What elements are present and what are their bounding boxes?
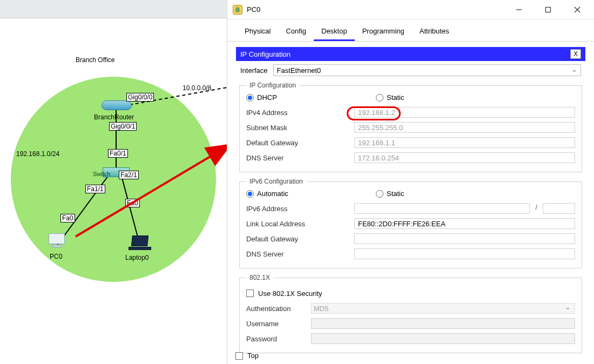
titlebar[interactable]: PC0 bbox=[227, 0, 594, 19]
topology-title: Branch Office bbox=[76, 56, 114, 64]
ipv6-group: IPv6 Configuration Automatic Static IPv6… bbox=[239, 178, 582, 268]
tab-physical[interactable]: Physical bbox=[237, 24, 278, 41]
laptop-icon[interactable] bbox=[127, 235, 152, 251]
link-local-field[interactable] bbox=[354, 218, 575, 229]
packet-tracer-icon bbox=[233, 5, 242, 15]
pc-icon[interactable] bbox=[46, 233, 67, 250]
wan-subnet-label: 10.0.0.0/8 bbox=[183, 84, 211, 92]
link-local-label: Link Local Address bbox=[246, 220, 354, 228]
ipv4-gateway-field[interactable] bbox=[354, 137, 575, 148]
ipv6-prefix-slash: / bbox=[533, 203, 539, 214]
ipv6-prefix-field[interactable] bbox=[543, 203, 575, 214]
ipv6-address-field[interactable] bbox=[354, 203, 530, 214]
switch-label: Switch bbox=[93, 171, 110, 177]
auth-label: Authentication bbox=[246, 305, 311, 313]
subnet-mask-label: Subnet Mask bbox=[246, 124, 354, 132]
ipv4-dns-label: DNS Server bbox=[246, 154, 354, 162]
router-label: BranchRouter bbox=[94, 113, 134, 121]
ipv4-address-label: IPv4 Address bbox=[246, 109, 354, 117]
router-icon[interactable] bbox=[102, 100, 132, 110]
dot1x-legend: 802.1X bbox=[246, 274, 273, 281]
topology-canvas[interactable]: Branch Office 10.0.0.0/8 192.168.1.0/24 … bbox=[0, 18, 227, 364]
interface-select[interactable]: FastEthernet0 bbox=[273, 64, 581, 76]
tab-programming[interactable]: Programming bbox=[355, 24, 412, 41]
username-label: Username bbox=[246, 320, 311, 328]
close-button[interactable] bbox=[569, 3, 585, 16]
ipv6-dns-field[interactable] bbox=[354, 248, 575, 259]
lan-subnet-label: 192.168.1.0/24 bbox=[16, 150, 59, 158]
ipv4-legend: IP Configuration bbox=[246, 82, 299, 89]
ipv6-address-label: IPv6 Address bbox=[246, 205, 354, 213]
interface-value: FastEthernet0 bbox=[277, 66, 321, 75]
ipv4-dns-field[interactable] bbox=[354, 152, 575, 163]
ipv6-dns-label: DNS Server bbox=[246, 250, 354, 258]
pc-label: PC0 bbox=[50, 253, 62, 260]
laptop-label: Laptop0 bbox=[125, 254, 148, 261]
ipv4-group: IP Configuration DHCP Static IPv4 Addres… bbox=[239, 82, 582, 172]
top-checkbox[interactable]: Top bbox=[235, 352, 259, 360]
switch-uplink-if-label: Fa0/1 bbox=[108, 149, 128, 158]
pc0-window: PC0 Physical Config Desktop Programming … bbox=[227, 0, 594, 364]
pc-if-label: Fa0 bbox=[60, 214, 75, 223]
ip-config-title: IP Configuration bbox=[240, 50, 291, 58]
tab-bar: Physical Config Desktop Programming Attr… bbox=[227, 19, 594, 42]
ipv6-auto-radio[interactable]: Automatic bbox=[246, 190, 354, 198]
svg-line-3 bbox=[122, 176, 139, 243]
router-lan-if-label: Gig0/0/1 bbox=[109, 122, 137, 131]
svg-rect-6 bbox=[546, 7, 551, 12]
minimize-button[interactable] bbox=[511, 3, 527, 16]
ipv4-dhcp-radio[interactable]: DHCP bbox=[246, 93, 354, 102]
subnet-mask-field[interactable] bbox=[354, 122, 575, 133]
use-8021x-checkbox[interactable]: Use 802.1X Security bbox=[246, 289, 322, 298]
username-field[interactable] bbox=[311, 318, 575, 329]
switch-pc-if-label: Fa1/1 bbox=[85, 185, 105, 193]
workspace-toolbar bbox=[0, 0, 227, 18]
laptop-if-label: Fa0 bbox=[125, 199, 140, 207]
ipv6-gateway-label: Default Gateway bbox=[246, 235, 354, 243]
tab-config[interactable]: Config bbox=[278, 24, 314, 41]
ipv6-gateway-field[interactable] bbox=[354, 233, 575, 244]
ipv4-static-radio[interactable]: Static bbox=[376, 93, 484, 102]
switch-laptop-if-label: Fa2/1 bbox=[119, 171, 139, 179]
interface-label: Interface bbox=[240, 66, 268, 75]
topology-links bbox=[0, 18, 227, 364]
dot1x-group: 802.1X Use 802.1X Security Authenticatio… bbox=[239, 274, 582, 353]
password-field[interactable] bbox=[311, 333, 575, 344]
auth-select[interactable]: MD5 bbox=[311, 303, 575, 314]
window-title: PC0 bbox=[247, 5, 260, 14]
ip-config-close-button[interactable]: X bbox=[570, 49, 581, 59]
ipv6-static-radio[interactable]: Static bbox=[376, 190, 484, 198]
ipv6-legend: IPv6 Configuration bbox=[246, 178, 306, 185]
tab-desktop[interactable]: Desktop bbox=[314, 24, 355, 41]
ipv4-address-field[interactable] bbox=[354, 107, 575, 118]
password-label: Password bbox=[246, 335, 311, 343]
maximize-button[interactable] bbox=[540, 3, 556, 16]
tab-attributes[interactable]: Attributes bbox=[412, 24, 457, 41]
ipv4-gateway-label: Default Gateway bbox=[246, 139, 354, 147]
router-wan-if-label: Gig0/0/0 bbox=[126, 93, 154, 102]
ip-config-header: IP Configuration X bbox=[236, 47, 585, 61]
